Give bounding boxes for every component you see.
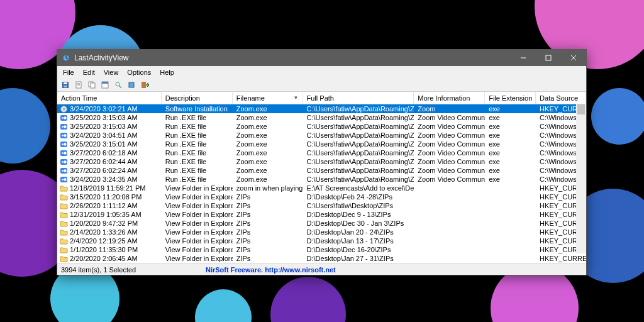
- menubar: File Edit View Options Help: [57, 66, 586, 78]
- svg-rect-2: [546, 55, 551, 60]
- folder-icon: [59, 184, 68, 192]
- app-icon: [61, 53, 71, 63]
- table-row[interactable]: 2/14/2020 1:33:26 AMView Folder in Explo…: [57, 228, 586, 236]
- table-row[interactable]: 3/25/2020 3:15:03 AMRun .EXE fileZoom.ex…: [57, 122, 586, 131]
- col-filename[interactable]: Filename▼: [233, 92, 303, 104]
- svg-rect-29: [64, 134, 66, 136]
- svg-point-25: [62, 126, 64, 128]
- svg-rect-6: [64, 82, 67, 84]
- find-icon[interactable]: [113, 79, 124, 91]
- col-full-path[interactable]: Full Path: [303, 92, 414, 104]
- menu-view[interactable]: View: [99, 68, 123, 77]
- vertical-scrollbar[interactable]: [576, 104, 586, 253]
- folder-icon: [59, 237, 68, 245]
- table-row[interactable]: 3/15/2020 11:20:08 PMView Folder in Expl…: [57, 192, 586, 201]
- menu-options[interactable]: Options: [123, 68, 155, 77]
- status-count: 3994 item(s), 1 Selected: [61, 266, 206, 274]
- svg-rect-7: [64, 86, 67, 87]
- svg-rect-26: [64, 125, 66, 128]
- table-row[interactable]: 3/27/2020 6:02:24 AMRun .EXE fileZoom.ex…: [57, 166, 586, 175]
- folder-icon: [59, 219, 68, 227]
- menu-help[interactable]: Help: [155, 68, 179, 77]
- app-icon: [59, 167, 68, 174]
- svg-rect-12: [91, 83, 95, 88]
- props-icon[interactable]: [99, 79, 111, 91]
- table-row[interactable]: 3/27/2020 6:02:44 AMRun .EXE fileZoom.ex…: [57, 157, 586, 166]
- copy-icon[interactable]: [86, 79, 97, 91]
- folder-icon: [59, 202, 68, 209]
- svg-rect-14: [102, 82, 108, 84]
- table-row[interactable]: 1/1/2020 11:35:30 PMView Folder in Explo…: [57, 245, 586, 254]
- refresh-icon[interactable]: [126, 79, 137, 91]
- svg-rect-17: [129, 82, 134, 87]
- svg-point-20: [63, 108, 65, 110]
- folder-icon: [59, 228, 68, 236]
- folder-icon: [59, 193, 68, 201]
- app-icon: [59, 114, 68, 121]
- svg-rect-18: [142, 82, 146, 88]
- table-row[interactable]: 3/27/2020 6:02:18 AMRun .EXE fileZoom.ex…: [57, 148, 586, 157]
- svg-rect-23: [64, 116, 66, 119]
- app-icon: [59, 140, 68, 148]
- table-row[interactable]: 3/25/2020 3:15:03 AMRun .EXE fileZoom.ex…: [57, 113, 586, 122]
- menu-file[interactable]: File: [58, 68, 79, 77]
- column-headers: Action Time Description Filename▼ Full P…: [57, 92, 586, 104]
- table-row[interactable]: 1/20/2020 9:47:32 PMView Folder in Explo…: [57, 219, 586, 228]
- svg-rect-41: [64, 169, 66, 172]
- folder-icon: [59, 211, 68, 218]
- svg-point-22: [62, 117, 64, 119]
- col-description[interactable]: Description: [162, 92, 233, 104]
- folder-icon: [59, 255, 68, 262]
- svg-point-43: [62, 179, 64, 180]
- menu-edit[interactable]: Edit: [79, 68, 99, 77]
- svg-point-40: [62, 170, 64, 172]
- app-icon: [59, 175, 68, 183]
- svg-point-28: [62, 135, 64, 136]
- table-row[interactable]: 2/20/2020 2:06:45 AMView Folder in Explo…: [57, 254, 586, 263]
- table-row[interactable]: 2/4/2020 12:19:25 AMView Folder in Explo…: [57, 236, 586, 245]
- table-row[interactable]: 3/24/2020 3:24:35 AMRun .EXE fileZoom.ex…: [57, 175, 586, 184]
- table-row[interactable]: 3/24/2020 3:02:21 AMSoftware Installatio…: [57, 104, 586, 113]
- folder-icon: [59, 246, 68, 253]
- titlebar[interactable]: LastActivityView: [57, 50, 586, 66]
- toolbar: [57, 78, 586, 92]
- statusbar: 3994 item(s), 1 Selected NirSoft Freewar…: [57, 264, 586, 275]
- col-file-ext[interactable]: File Extension: [485, 92, 536, 104]
- window-title: LastActivityView: [74, 53, 511, 62]
- svg-rect-35: [64, 152, 66, 154]
- status-link[interactable]: NirSoft Freeware. http://www.nirsoft.net: [206, 266, 336, 274]
- exit-icon[interactable]: [139, 79, 150, 91]
- svg-rect-38: [64, 160, 66, 163]
- close-button[interactable]: [561, 50, 586, 66]
- save-icon[interactable]: [60, 79, 71, 91]
- sort-desc-icon: ▼: [294, 95, 299, 101]
- app-icon: [59, 123, 68, 130]
- app-icon: [59, 158, 68, 165]
- svg-line-16: [119, 86, 121, 88]
- app-window: LastActivityView File Edit View Options …: [57, 49, 587, 275]
- svg-rect-44: [64, 178, 66, 180]
- table-row[interactable]: 3/24/2020 3:04:51 AMRun .EXE fileZoom.ex…: [57, 131, 586, 140]
- table-row[interactable]: 3/25/2020 3:15:01 AMRun .EXE fileZoom.ex…: [57, 140, 586, 148]
- app-icon: [59, 131, 68, 139]
- table-row[interactable]: 12/31/2019 1:05:35 AMView Folder in Expl…: [57, 210, 586, 219]
- col-more-info[interactable]: More Information: [414, 92, 485, 104]
- app-icon: [59, 149, 68, 157]
- page-icon[interactable]: [73, 79, 84, 91]
- col-data-source[interactable]: Data Source: [536, 92, 586, 104]
- table-row[interactable]: 12/18/2019 11:59:21 PMView Folder in Exp…: [57, 184, 586, 192]
- svg-point-34: [62, 152, 64, 154]
- cd-icon: [59, 105, 68, 113]
- svg-point-31: [62, 143, 64, 145]
- col-action-time[interactable]: Action Time: [57, 92, 162, 104]
- table-row[interactable]: 2/26/2020 1:11:12 AMView Folder in Explo…: [57, 201, 586, 210]
- svg-rect-32: [64, 143, 66, 145]
- minimize-button[interactable]: [511, 50, 536, 66]
- maximize-button[interactable]: [536, 50, 561, 66]
- svg-point-37: [62, 161, 64, 163]
- data-grid[interactable]: Action Time Description Filename▼ Full P…: [57, 92, 586, 264]
